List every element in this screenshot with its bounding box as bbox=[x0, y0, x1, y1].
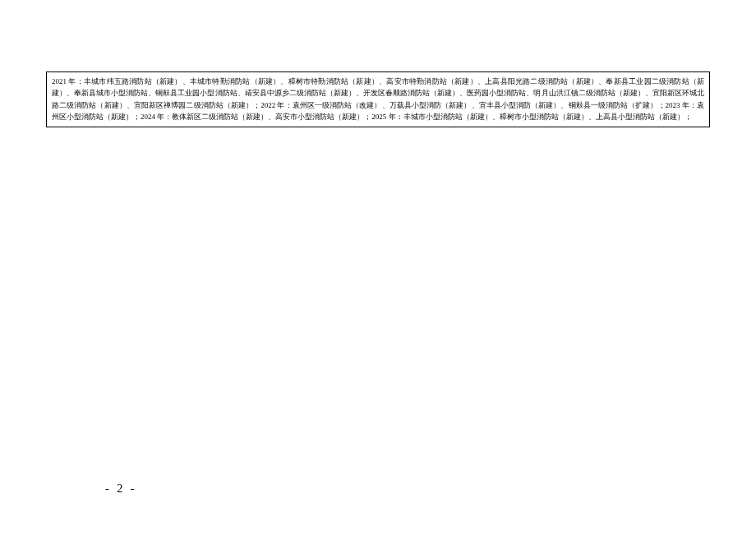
content-paragraph: 2021 年：丰城市纬五路消防站（新建）、丰城市特勤消防站（新建）、樟树市特勤消… bbox=[52, 77, 704, 121]
page-number: - 2 - bbox=[105, 482, 136, 496]
content-box: 2021 年：丰城市纬五路消防站（新建）、丰城市特勤消防站（新建）、樟树市特勤消… bbox=[46, 71, 710, 127]
page-container: 2021 年：丰城市纬五路消防站（新建）、丰城市特勤消防站（新建）、樟树市特勤消… bbox=[0, 0, 756, 535]
